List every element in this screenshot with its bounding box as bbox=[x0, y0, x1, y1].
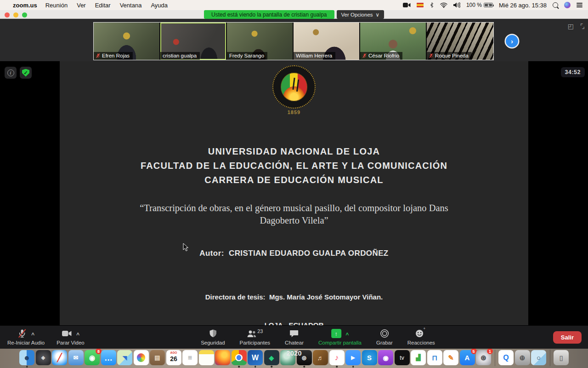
trash-glyph: ▯ bbox=[560, 354, 563, 362]
university-logo: 1859 bbox=[60, 65, 528, 115]
presentation-slide: 1859 UNIVERSIDAD NACIONAL DE LOJA FACULT… bbox=[60, 61, 528, 325]
share-screen-icon: ↑ bbox=[331, 329, 341, 338]
thesis-title: “Transcripción de obras, en el género mu… bbox=[119, 202, 469, 227]
participant-name-label: Fredy Sarango bbox=[227, 52, 267, 60]
dock-divider bbox=[550, 350, 550, 366]
dock-icon-preview[interactable]: ○ bbox=[531, 350, 546, 365]
university-seal-icon bbox=[281, 73, 307, 101]
siri-icon[interactable] bbox=[564, 2, 571, 8]
menubar-menu-ayuda[interactable]: Ayuda bbox=[151, 2, 168, 9]
participant-name-label: William Herrera bbox=[294, 52, 335, 60]
app-menu-zoom[interactable]: zoom.us bbox=[13, 2, 37, 9]
muted-mic-icon bbox=[362, 53, 367, 58]
participant-name-label: cristian gualpa bbox=[160, 52, 200, 60]
participant-thumbnail-cristian-gualpa[interactable]: cristian gualpa bbox=[160, 23, 227, 60]
info-icon: i bbox=[7, 69, 14, 76]
menubar-menus: ReuniónVerEditarVentanaAyuda bbox=[45, 2, 177, 9]
year-line: 2020 bbox=[60, 349, 528, 358]
muted-mic-icon bbox=[96, 53, 100, 58]
plus-icon: ＋ bbox=[423, 326, 426, 335]
mouse-cursor bbox=[183, 243, 190, 252]
menubar-clock[interactable]: Mié 26 ago. 15:38 bbox=[499, 2, 547, 9]
window-controls bbox=[5, 12, 27, 17]
participant-name-label: César Riofrio bbox=[360, 52, 402, 60]
slide-headings: UNIVERSIDAD NACIONAL DE LOJA FACULTAD DE… bbox=[60, 144, 528, 187]
menubar-status-area: 100 % Mié 26 ago. 15:38 bbox=[403, 2, 582, 9]
meeting-timer: 34:52 bbox=[561, 67, 585, 77]
participant-thumbnail-roque-pineda[interactable]: Roque Pineda bbox=[427, 23, 493, 60]
launchpad-glyph: ◆ bbox=[41, 355, 45, 361]
fullscreen-icon[interactable]: ⌜⌟ bbox=[580, 23, 583, 30]
screen-share-banner: Usted está viendo la pantalla de cristia… bbox=[204, 10, 384, 19]
logo-year-label: 1859 bbox=[288, 109, 300, 115]
menubar-menu-ver[interactable]: Ver bbox=[77, 2, 86, 9]
window-zoom-button[interactable] bbox=[22, 12, 27, 17]
meeting-info-button[interactable]: i bbox=[5, 67, 17, 79]
running-indicator bbox=[26, 366, 28, 368]
battery-percent-label: 100 % bbox=[466, 2, 482, 8]
menubar-menu-reunion[interactable]: Reunión bbox=[45, 2, 68, 9]
participant-count: 23 bbox=[257, 328, 263, 334]
preview-glyph: ○ bbox=[537, 354, 541, 362]
participant-name-label: Roque Pineda bbox=[427, 52, 472, 60]
chat-bubble-icon bbox=[290, 329, 299, 338]
security-shield-icon bbox=[22, 69, 29, 77]
dock-icon-finder[interactable]: ☻ bbox=[19, 350, 34, 365]
participant-name-label: Efren Rojas bbox=[94, 52, 133, 60]
keyboard-layout-flag-icon[interactable] bbox=[417, 3, 424, 7]
participantes-button[interactable]: 23Participantes bbox=[240, 328, 270, 345]
view-options-button[interactable]: Ver Opciones ∨ bbox=[337, 10, 384, 19]
menubar-menu-editar[interactable]: Editar bbox=[95, 2, 111, 9]
muted-mic-icon bbox=[429, 53, 433, 58]
reacciones-button[interactable]: ＋Reacciones bbox=[407, 328, 435, 345]
zoom-toolbar: ∧ Re-Iniciar Audio ∧ Parar Video Segurid… bbox=[0, 325, 588, 349]
unmute-audio-button[interactable]: ∧ Re-Iniciar Audio bbox=[7, 328, 45, 345]
screen-recording-icon[interactable] bbox=[403, 2, 411, 8]
compartir-button[interactable]: ↑ ∧Compartir pantalla bbox=[318, 328, 362, 345]
participant-thumbnail-efren-rojas[interactable]: Efren Rojas bbox=[94, 23, 160, 60]
slide-heading-university: UNIVERSIDAD NACIONAL DE LOJA bbox=[60, 144, 528, 159]
finder-glyph: ☻ bbox=[23, 354, 31, 362]
thesis-director-line: Directora de tesis: Mgs. María José Soto… bbox=[60, 293, 528, 302]
gallery-layout-icon[interactable]: ◰ bbox=[568, 23, 574, 30]
wifi-icon[interactable] bbox=[440, 2, 447, 8]
participant-thumbnail-fredy-sarango[interactable]: Fredy Sarango bbox=[227, 23, 294, 60]
participant-thumbnail-william-herrera[interactable]: William Herrera bbox=[294, 23, 360, 60]
participant-thumbnail-cesar-riofrio[interactable]: César Riofrio bbox=[360, 23, 427, 60]
screen-share-banner-text: Usted está viendo la pantalla de cristia… bbox=[204, 10, 334, 19]
window-close-button[interactable] bbox=[5, 12, 10, 17]
video-thumbnails: Efren Rojas cristian gualpa Fredy Sarang… bbox=[93, 22, 494, 60]
chevron-right-icon: › bbox=[511, 37, 513, 45]
audio-options-caret[interactable]: ∧ bbox=[31, 331, 35, 336]
dock-icon-trash[interactable]: ▯ bbox=[554, 350, 569, 365]
bluetooth-icon[interactable] bbox=[430, 2, 434, 8]
video-camera-icon bbox=[62, 329, 72, 338]
chevron-down-icon: ∨ bbox=[376, 12, 379, 18]
video-options-caret[interactable]: ∧ bbox=[75, 331, 80, 336]
encryption-status-button[interactable] bbox=[20, 67, 32, 79]
stop-video-button[interactable]: ∧ Parar Video bbox=[57, 328, 85, 345]
share-options-caret[interactable]: ∧ bbox=[345, 331, 349, 336]
author-line: Autor: CRISTIAN EDUARDO GUALPA ORDOÑEZ bbox=[60, 249, 528, 258]
window-minimize-button[interactable] bbox=[13, 12, 18, 17]
muted-mic-icon bbox=[17, 328, 27, 339]
seguridad-button[interactable]: Seguridad bbox=[201, 328, 225, 345]
menubar-menu-ventana[interactable]: Ventana bbox=[120, 2, 142, 9]
chatear-button[interactable]: Chatear bbox=[285, 328, 304, 345]
leave-meeting-button[interactable]: Salir bbox=[553, 331, 582, 344]
security-shield-icon bbox=[209, 329, 217, 338]
record-icon bbox=[380, 329, 389, 338]
zoom-window-titlebar: Usted está viendo la pantalla de cristia… bbox=[0, 10, 588, 19]
macos-menubar: zoom.us ReuniónVerEditarVentanaAyuda 100… bbox=[0, 0, 588, 10]
participants-icon bbox=[247, 329, 256, 338]
grabar-button[interactable]: Grabar bbox=[376, 328, 393, 345]
dock-icon-launchpad[interactable]: ◆ bbox=[36, 350, 51, 365]
battery-icon bbox=[484, 3, 493, 7]
battery-indicator[interactable]: 100 % bbox=[466, 2, 493, 8]
notification-center-icon[interactable] bbox=[577, 3, 582, 7]
slide-heading-career: CARRERA DE EDUCACIÓN MUSICAL bbox=[60, 173, 528, 187]
next-participants-button[interactable]: › bbox=[506, 35, 518, 47]
shared-screen-area: 1859 UNIVERSIDAD NACIONAL DE LOJA FACULT… bbox=[0, 61, 588, 325]
spotlight-search-icon[interactable] bbox=[553, 2, 558, 8]
volume-icon[interactable] bbox=[453, 2, 460, 8]
